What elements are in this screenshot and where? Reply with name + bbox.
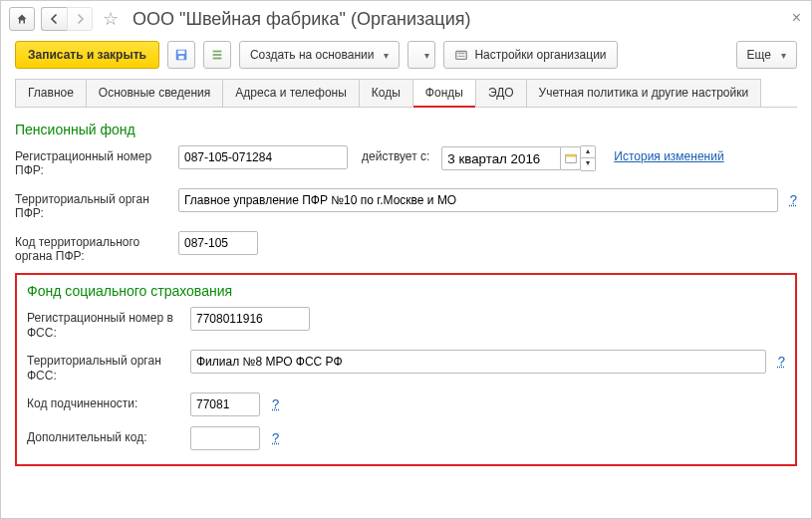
- tab-main[interactable]: Главное: [15, 79, 87, 107]
- valid-from-input[interactable]: [441, 146, 561, 170]
- period-up-button[interactable]: ▴: [581, 146, 595, 158]
- window-title: ООО "Швейная фабрика" (Организация): [133, 9, 470, 30]
- svg-rect-5: [213, 58, 222, 60]
- pfr-territory-label: Территориальный орган ПФР:: [15, 188, 172, 221]
- fss-territory-input[interactable]: [190, 350, 766, 374]
- fss-extra-input[interactable]: [190, 426, 260, 450]
- attachment-button[interactable]: [407, 41, 435, 69]
- svg-rect-3: [213, 51, 222, 53]
- fss-territory-label: Территориальный орган ФСС:: [27, 350, 184, 383]
- favorite-star-icon[interactable]: ☆: [103, 8, 119, 30]
- pfr-territory-input[interactable]: [178, 188, 778, 212]
- svg-rect-4: [213, 54, 222, 56]
- org-settings-label: Настройки организации: [474, 48, 606, 62]
- back-button[interactable]: [41, 7, 67, 31]
- period-down-button[interactable]: ▾: [581, 158, 595, 170]
- pfr-territory-help[interactable]: ?: [790, 188, 797, 207]
- more-label: Еще: [747, 48, 771, 62]
- tab-codes[interactable]: Коды: [359, 79, 413, 107]
- svg-rect-2: [178, 56, 183, 60]
- fss-subord-input[interactable]: [190, 392, 260, 416]
- fss-reg-input[interactable]: [190, 307, 310, 331]
- svg-rect-8: [458, 53, 465, 54]
- tab-funds[interactable]: Фонды: [412, 79, 476, 108]
- svg-rect-7: [456, 52, 467, 60]
- create-based-on-button[interactable]: Создать на основании: [239, 41, 401, 69]
- pfr-reg-input[interactable]: [178, 145, 348, 169]
- org-settings-button[interactable]: Настройки организации: [443, 41, 617, 69]
- pfr-code-input[interactable]: [178, 231, 258, 255]
- tab-policy[interactable]: Учетная политика и другие настройки: [526, 79, 762, 107]
- fss-extra-label: Дополнительный код:: [27, 426, 184, 444]
- create-based-on-label: Создать на основании: [250, 48, 375, 62]
- save-button[interactable]: [167, 41, 195, 69]
- svg-rect-11: [566, 154, 577, 156]
- fss-reg-label: Регистрационный номер в ФСС:: [27, 307, 184, 340]
- list-button[interactable]: [203, 41, 231, 69]
- pfr-section-title: Пенсионный фонд: [15, 122, 797, 137]
- valid-from-label: действует с:: [354, 145, 435, 163]
- tab-basic[interactable]: Основные сведения: [86, 79, 223, 107]
- forward-button[interactable]: [67, 7, 93, 31]
- home-button[interactable]: [9, 7, 35, 31]
- tab-edo[interactable]: ЭДО: [475, 79, 527, 107]
- fss-section-title: Фонд социального страхования: [27, 283, 785, 299]
- fss-extra-help[interactable]: ?: [272, 426, 279, 445]
- close-icon[interactable]: ×: [792, 9, 801, 27]
- period-picker-button[interactable]: [561, 146, 581, 170]
- fss-subord-help[interactable]: ?: [272, 392, 279, 411]
- pfr-reg-label: Регистрационный номер ПФР:: [15, 145, 172, 178]
- svg-rect-9: [458, 56, 465, 57]
- fss-subord-label: Код подчиненности:: [27, 392, 184, 410]
- more-button[interactable]: Еще: [736, 41, 797, 69]
- history-link[interactable]: История изменений: [614, 145, 723, 163]
- save-close-button[interactable]: Записать и закрыть: [15, 41, 159, 69]
- fss-territory-help[interactable]: ?: [778, 350, 785, 369]
- svg-rect-1: [177, 51, 184, 55]
- pfr-code-label: Код территориального органа ПФР:: [15, 231, 172, 264]
- tab-addresses[interactable]: Адреса и телефоны: [222, 79, 360, 107]
- tabs: Главное Основные сведения Адреса и телеф…: [15, 79, 797, 108]
